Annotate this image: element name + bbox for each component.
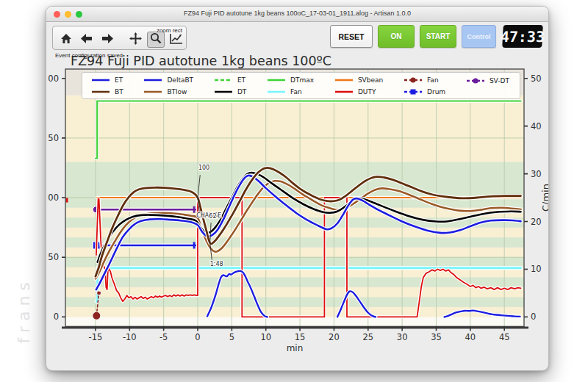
legend-sample [143,88,162,96]
x-tick-label: 40 [465,332,476,342]
y-tick-label-right: 0 [531,311,536,322]
legend-column: DTmaxFan [267,75,314,97]
annotation-62: 62 [209,213,216,220]
y-tick-label-right: 30 [531,169,542,179]
legend-label: Drum [427,88,445,96]
x-tick-label: 45 [499,332,510,342]
pan-icon [129,32,142,48]
reset-button[interactable]: RESET [330,25,373,48]
line-chart-icon [170,33,183,47]
spine-sv-marker [66,198,68,202]
legend-item-SVbean: SVbean [334,75,383,86]
legend-sample [334,88,354,96]
x-tick-label: -5 [159,332,168,342]
legend-sample [267,76,286,84]
legend-column: ETBT [91,75,123,97]
x-tick-label: -10 [123,332,137,342]
legend-item-BTlow: BTlow [143,87,193,98]
legend-label: ET [115,76,123,84]
x-tick-label: 20 [329,332,340,342]
pan-button[interactable] [126,32,144,48]
y-tick-label-right: 40 [531,121,542,131]
x-tick-label: 10 [260,332,271,342]
legend-label: BTlow [167,88,187,96]
forward-button[interactable] [98,32,116,48]
y-axis-label-right: C/min [540,184,549,212]
back-button[interactable] [78,32,96,48]
legend-item-DeltaBT: DeltaBT [143,75,193,86]
legend-sample [214,88,233,96]
x-tick-label: 15 [295,332,306,342]
Fan-events-marker [97,291,101,295]
back-arrow-icon [81,33,93,46]
legend-label: DTmax [290,76,314,84]
y-axis-label-left: C [48,192,49,203]
legend-label: SVbean [358,76,383,84]
background-band [65,248,524,258]
x-tick-label: 30 [397,332,408,342]
legend-item-Drum: Drum [404,87,445,98]
legend-sample [143,76,162,84]
legend-column: SVbeanDUTY [334,75,383,97]
timer-value: 47:33 [500,28,545,46]
window-title: FZ94 Fuji PID autotune 1kg beans 100oC_1… [46,10,548,17]
x-tick-label: -15 [89,332,103,342]
start-button[interactable]: START [420,25,456,48]
forward-arrow-icon [101,33,113,46]
legend-sample [404,88,423,96]
plot-config-button[interactable] [168,32,185,48]
legend-sample [91,76,110,84]
window-titlebar[interactable]: FZ94 Fuji PID autotune 1kg beans 100oC_1… [46,7,548,22]
background-band [65,257,524,267]
legend-sample [214,76,233,84]
background-band [65,277,524,287]
y-tick-label-left: 200 [48,73,59,84]
legend-sample [404,76,423,84]
magnifier-icon [150,32,162,47]
artisan-window: FZ94 Fuji PID autotune 1kg beans 100oC_1… [46,6,549,371]
legend-sample [267,88,286,96]
legend-column: SV-DT [466,75,509,97]
legend-label: DUTY [358,88,376,96]
y-tick-label-left: 0 [54,311,59,322]
timer-lcd: 47:33 [502,25,543,48]
legend-item-SV-DT: SV-DT [466,75,509,86]
matplotlib-toolbar: zoom rect [52,26,187,50]
y-tick-label-right: 10 [531,264,542,274]
home-button[interactable] [57,32,75,48]
x-tick-label: 0 [195,332,200,342]
legend-label: DeltaBT [167,76,193,84]
annotation-1:48: 1:48 [210,261,223,267]
x-axis-label: min [287,343,304,353]
legend-item-DUTY: DUTY [334,87,383,98]
legend-label: SV-DT [490,77,509,84]
x-tick-label: 5 [229,332,234,342]
legend-label: BT [115,88,123,96]
legend-label: DT [237,88,246,96]
legend-column: FanDrum [404,75,445,97]
y-tick-label-left: 150 [48,133,59,143]
on-button[interactable]: ON [378,25,415,48]
legend-column: DeltaBTBTlow [143,75,193,97]
zoom-rect-button[interactable] [147,32,165,48]
background-band [65,287,524,298]
legend-item-ET: ET [91,75,123,86]
legend-item-DTmax: DTmax [267,75,314,86]
y-tick-label-left: 50 [48,252,59,262]
legend-item-BT: BT [91,87,123,98]
home-icon [60,33,72,47]
y-tick-label-right: 20 [531,217,542,227]
control-button[interactable]: Control [462,25,496,48]
legend-label: ET [237,76,245,84]
x-tick-label: 35 [431,332,442,342]
background-band [65,95,524,162]
y-tick-label-right: 50 [531,73,542,84]
legend-sample [91,88,110,96]
legend-sample [466,77,485,84]
x-tick-label: 25 [362,332,373,342]
legend-column: ETDT [214,75,246,97]
legend-item-ET: ET [214,75,246,86]
photo-watermark: frans [15,267,33,355]
legend-item-Fan: Fan [267,87,314,98]
legend-label: Fan [427,76,439,84]
